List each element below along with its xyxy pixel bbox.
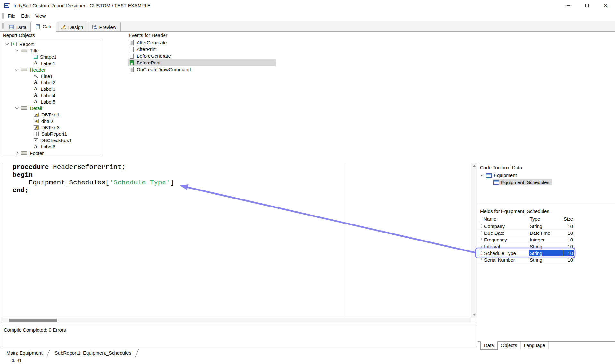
scrollbar-thumb[interactable] xyxy=(9,319,57,322)
tree-node-label6[interactable]: Label6 xyxy=(2,143,102,150)
report-objects-title: Report Objects xyxy=(3,32,35,38)
vertical-scrollbar[interactable] xyxy=(471,163,477,318)
tree-node-label3[interactable]: Label3 xyxy=(2,86,102,92)
doc-tab-subreport1[interactable]: SubReport1: Equipment_Schedules xyxy=(52,349,140,357)
toolbox-node-equipment[interactable]: Equipment xyxy=(481,173,517,178)
event-label: BeforeGenerate xyxy=(137,53,171,59)
chevron-down-icon[interactable] xyxy=(481,173,484,176)
label-icon xyxy=(34,61,38,66)
tab-data[interactable]: Data xyxy=(5,22,31,32)
field-size: 10 xyxy=(563,257,574,263)
event-page-icon xyxy=(130,40,134,45)
tree-node-label2[interactable]: Label2 xyxy=(2,79,102,86)
tab-calc[interactable]: Calc xyxy=(31,21,56,32)
drag-handle-icon[interactable] xyxy=(479,258,482,262)
event-item-afterprint[interactable]: AfterPrint xyxy=(128,46,276,53)
tree-node-subreport1[interactable]: SubReport1 xyxy=(2,131,102,137)
field-row-schedule-type[interactable]: Schedule TypeString10 xyxy=(478,250,574,257)
tab-toolbox-objects[interactable]: Objects xyxy=(498,342,521,349)
column-header-size[interactable]: Size xyxy=(563,216,574,222)
band-icon xyxy=(21,68,27,71)
drag-handle-icon[interactable] xyxy=(479,238,482,241)
chevron-down-icon[interactable] xyxy=(15,106,19,109)
tab-design[interactable]: Design xyxy=(57,22,88,32)
tab-toolbox-language[interactable]: Language xyxy=(521,342,549,349)
field-row-due-date[interactable]: Due DateDateTime10 xyxy=(478,230,574,236)
tree-node-header[interactable]: Header xyxy=(2,66,102,73)
drag-handle-icon[interactable] xyxy=(479,244,482,248)
tab-label: Data xyxy=(16,24,27,30)
tree-node-footer[interactable]: Footer xyxy=(2,150,102,156)
events-title: Events for Header xyxy=(129,32,167,38)
tab-preview[interactable]: Preview xyxy=(88,22,120,32)
menu-view[interactable]: View xyxy=(32,12,48,20)
code-editor[interactable]: procedure HeaderBeforePrint; begin Equip… xyxy=(1,163,477,323)
tree-node-dbtid[interactable]: dbtID xyxy=(2,118,102,124)
field-row-company[interactable]: CompanyString10 xyxy=(478,223,574,230)
field-size: 10 xyxy=(563,243,574,250)
event-item-aftergenerate[interactable]: AfterGenerate xyxy=(128,39,276,46)
tree-node-line1[interactable]: Line1 xyxy=(2,73,102,79)
event-item-beforeprint[interactable]: BeforePrint xyxy=(128,59,276,66)
field-name: Company xyxy=(484,224,505,229)
code-line: begin xyxy=(13,171,174,179)
tree-node-dbcheckbox1[interactable]: DBCheckBox1 xyxy=(2,137,102,143)
window-title: IndySoft Custom Report Designer - CUSTOM… xyxy=(13,3,151,8)
event-label: BeforePrint xyxy=(137,60,161,65)
code-line: Equipment_Schedules['Schedule Type'] xyxy=(13,179,174,187)
field-row-frequency[interactable]: FrequencyInteger10 xyxy=(478,236,574,243)
tree-node-dbtext3[interactable]: DBText3 xyxy=(2,124,102,131)
menu-bar: File Edit View xyxy=(0,11,615,21)
tree-node-label: Line1 xyxy=(41,73,53,79)
restore-button[interactable] xyxy=(578,0,596,11)
event-item-oncreatedrawcommand[interactable]: OnCreateDrawCommand xyxy=(128,66,276,73)
code-toolbox-title: Code Toolbox: Data xyxy=(480,165,522,170)
tree-node-detail[interactable]: Detail xyxy=(2,105,102,111)
column-header-type[interactable]: Type xyxy=(530,216,563,222)
field-row-interval[interactable]: IntervalString10 xyxy=(478,243,574,250)
chevron-down-icon[interactable] xyxy=(15,48,19,52)
drag-handle-icon[interactable] xyxy=(479,251,482,255)
minimize-button[interactable] xyxy=(559,0,578,11)
column-header-name[interactable]: Name xyxy=(478,216,530,222)
chevron-right-icon[interactable] xyxy=(15,151,19,155)
tree-node-title[interactable]: Title xyxy=(2,47,102,54)
field-name: Interval xyxy=(484,244,500,249)
horizontal-scrollbar[interactable] xyxy=(1,318,471,323)
tree-node-label: Label6 xyxy=(41,144,55,149)
drag-handle-icon[interactable] xyxy=(479,224,482,228)
field-name: Frequency xyxy=(484,237,507,242)
band-icon xyxy=(21,151,27,155)
tree-node-shape1[interactable]: Shape1 xyxy=(2,54,102,60)
chevron-down-icon[interactable] xyxy=(6,42,9,45)
tree-node-dbtext1[interactable]: DBText1 xyxy=(2,111,102,118)
tree-node-report[interactable]: Report xyxy=(2,41,102,47)
tab-toolbox-data[interactable]: Data xyxy=(480,341,498,350)
compile-status-panel: Compile Completed: 0 Errors xyxy=(1,325,477,347)
tree-node-label: Header xyxy=(30,67,46,72)
table-icon xyxy=(493,180,499,185)
label-icon xyxy=(34,93,38,98)
chevron-down-icon[interactable] xyxy=(15,68,19,71)
event-label: OnCreateDrawCommand xyxy=(137,67,191,72)
tree-node-label: DBText1 xyxy=(41,112,60,117)
event-page-icon xyxy=(130,67,134,72)
field-name: Serial Number xyxy=(484,257,515,263)
doc-tab-main-equipment[interactable]: Main: Equipment xyxy=(3,349,52,357)
close-button[interactable]: ✕ xyxy=(596,0,615,11)
toolbox-node-equipment-schedules[interactable]: Equipment_Schedules xyxy=(493,179,552,185)
event-item-beforegenerate[interactable]: BeforeGenerate xyxy=(128,53,276,59)
scroll-up-icon[interactable] xyxy=(473,165,476,167)
tree-node-label: Label2 xyxy=(41,80,55,85)
field-row-serial-number[interactable]: Serial NumberString10 xyxy=(478,257,574,263)
scroll-down-icon[interactable] xyxy=(473,314,476,316)
drag-handle-icon[interactable] xyxy=(479,231,482,235)
band-icon xyxy=(21,49,27,52)
menu-file[interactable]: File xyxy=(5,12,18,20)
code-text[interactable]: procedure HeaderBeforePrint; begin Equip… xyxy=(13,164,174,194)
tree-node-label5[interactable]: Label5 xyxy=(2,98,102,105)
tree-node-label1[interactable]: Label1 xyxy=(2,60,102,66)
report-icon xyxy=(11,42,17,46)
menu-edit[interactable]: Edit xyxy=(18,12,32,20)
tree-node-label4[interactable]: Label4 xyxy=(2,92,102,98)
